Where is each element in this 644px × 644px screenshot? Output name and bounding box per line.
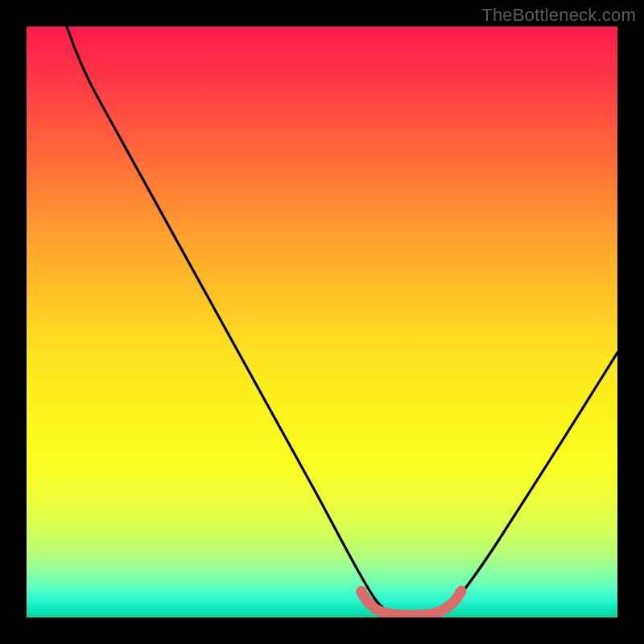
chart-frame: TheBottleneck.com <box>0 0 644 644</box>
chart-svg <box>27 27 617 617</box>
watermark-label: TheBottleneck.com <box>481 5 636 26</box>
chart-plot-area <box>27 27 617 617</box>
optimal-region-start-dot <box>356 586 367 597</box>
bottleneck-curve <box>67 27 617 616</box>
